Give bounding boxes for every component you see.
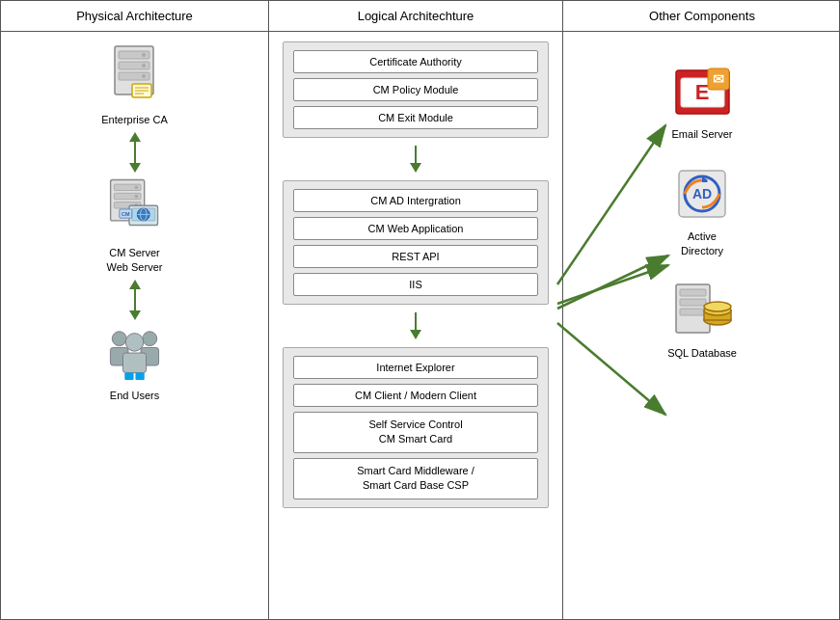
svg-point-4	[142, 53, 146, 57]
logical-content: Certificate Authority CM Policy Module C…	[269, 32, 562, 615]
svg-rect-46	[680, 309, 706, 315]
enterprise-ca-item: Enterprise CA	[101, 41, 167, 126]
sql-database-icon	[671, 280, 734, 342]
svg-point-50	[704, 302, 731, 311]
certificate-authority-box: Certificate Authority	[293, 50, 538, 73]
cm-web-application-box: CM Web Application	[293, 217, 538, 240]
arrow-server-to-users	[129, 280, 141, 320]
email-server-item: E ✉ Email Server	[671, 61, 734, 141]
internet-explorer-box: Internet Explorer	[293, 356, 538, 379]
self-service-box: Self Service Control CM Smart Card	[293, 412, 538, 453]
physical-content: Enterprise CA	[1, 32, 268, 416]
webapp-group: CM AD Intergration CM Web Application RE…	[283, 180, 549, 305]
other-title: Other Components	[563, 1, 840, 32]
active-directory-label: Active Directory	[681, 229, 723, 257]
other-content: E ✉ Email Server	[563, 32, 840, 369]
svg-rect-31	[124, 372, 133, 379]
svg-rect-45	[680, 299, 706, 306]
cm-client-box: CM Client / Modern Client	[293, 384, 538, 407]
cm-server-item: CM CM Server Web Server	[106, 175, 164, 274]
active-directory-icon: AD	[671, 163, 734, 226]
cm-server-icon: CM	[106, 175, 164, 242]
svg-point-6	[142, 74, 146, 78]
ca-group: Certificate Authority CM Policy Module C…	[283, 41, 549, 138]
rest-api-box: REST API	[293, 245, 538, 268]
svg-text:CM: CM	[122, 212, 130, 218]
svg-point-29	[125, 333, 144, 351]
svg-point-15	[134, 186, 138, 190]
active-directory-item: AD Active Directory	[671, 163, 734, 257]
cm-policy-module-box: CM Policy Module	[293, 78, 538, 101]
arrow-ca-to-server	[129, 132, 141, 173]
svg-text:AD: AD	[691, 186, 711, 202]
arrow-group1-to-group2	[410, 146, 421, 173]
svg-rect-32	[135, 372, 144, 379]
svg-text:✉: ✉	[713, 71, 724, 87]
physical-architecture-section: Physical Architecture	[1, 1, 269, 619]
cm-exit-module-box: CM Exit Module	[293, 106, 538, 129]
svg-text:E: E	[694, 80, 709, 104]
iis-box: IIS	[293, 273, 538, 296]
cm-ad-integration-box: CM AD Intergration	[293, 189, 538, 212]
end-users-label: End Users	[110, 389, 159, 402]
arrow-group2-to-group3	[410, 312, 421, 339]
cm-server-label: CM Server Web Server	[107, 246, 163, 274]
svg-rect-44	[680, 289, 706, 296]
svg-point-27	[143, 332, 157, 346]
physical-title: Physical Architecture	[1, 1, 268, 32]
email-server-label: Email Server	[672, 127, 733, 141]
end-users-item: End Users	[103, 322, 166, 402]
client-group: Internet Explorer CM Client / Modern Cli…	[283, 347, 549, 508]
svg-point-16	[134, 195, 138, 199]
sql-database-label: SQL Database	[667, 346, 737, 360]
svg-rect-30	[122, 353, 146, 372]
email-server-icon: E ✉	[671, 61, 734, 123]
svg-point-25	[112, 332, 126, 346]
svg-point-5	[142, 64, 146, 67]
main-container: Physical Architecture	[0, 0, 840, 620]
logical-architecture-section: Logical Architechture Certificate Author…	[269, 1, 563, 619]
end-users-icon	[103, 322, 166, 385]
smart-card-middleware-box: Smart Card Middleware / Smart Card Base …	[293, 458, 538, 499]
logical-title: Logical Architechture	[269, 1, 562, 32]
enterprise-ca-label: Enterprise CA	[101, 113, 167, 126]
other-components-section: Other Components E ✉ Email Server	[563, 1, 840, 619]
sql-database-item: SQL Database	[667, 280, 737, 360]
enterprise-ca-icon	[105, 41, 163, 109]
